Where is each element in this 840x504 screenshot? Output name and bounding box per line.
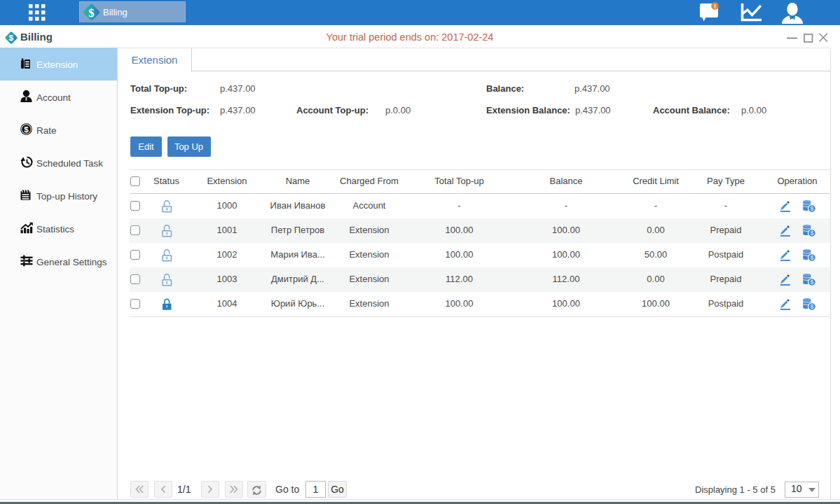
svg-text:$: $ (810, 279, 813, 286)
svg-text:$: $ (88, 6, 94, 20)
svg-text:$: $ (810, 205, 813, 212)
svg-text:$: $ (810, 254, 813, 261)
svg-text:$: $ (9, 33, 14, 42)
svg-text:$: $ (810, 230, 813, 237)
svg-text:$: $ (810, 303, 813, 310)
svg-text:!: ! (714, 3, 716, 10)
svg-text:$: $ (24, 125, 29, 133)
